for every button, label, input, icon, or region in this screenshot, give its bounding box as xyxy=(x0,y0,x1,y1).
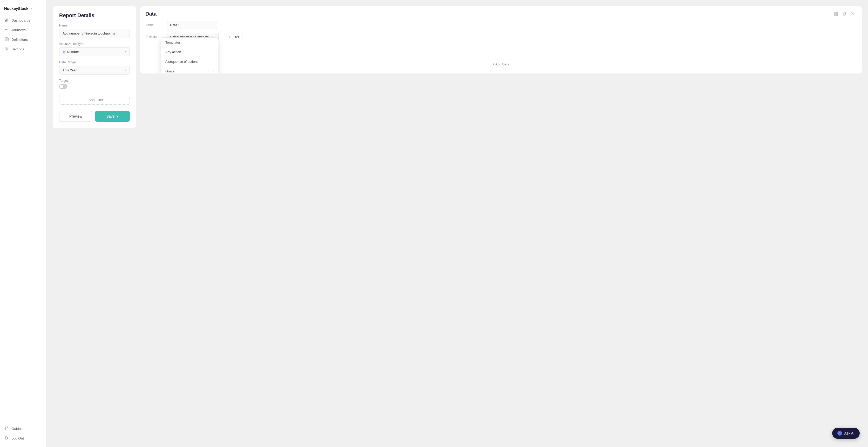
panel-actions: Preview Save ▾ xyxy=(59,111,130,122)
sidebar-item-label: Dashboards xyxy=(11,19,30,22)
dropdown-arrow-icon: › xyxy=(213,41,214,44)
copy-icon[interactable] xyxy=(841,11,847,18)
svg-rect-10 xyxy=(836,12,838,14)
date-range-field-group: Date Range This Year ▾ xyxy=(59,61,130,75)
dropdown-item-goals[interactable]: Goals › xyxy=(161,66,218,73)
add-filter-button[interactable]: + Add Filter xyxy=(59,95,130,105)
sidebar-item-journeys[interactable]: Journeys xyxy=(2,26,44,34)
definitions-icon xyxy=(5,37,9,42)
sidebar-logo[interactable]: HockeyStack ▾ xyxy=(0,4,46,16)
data-fields: Name Definition Select the data to analy… xyxy=(140,21,862,55)
guides-icon xyxy=(5,426,9,431)
svg-rect-2 xyxy=(7,19,8,22)
svg-point-8 xyxy=(6,48,7,49)
report-details-panel: Report Details Name Visualization Type ▦… xyxy=(53,6,136,128)
date-range-value: This Year xyxy=(63,68,76,72)
viz-type-icon: ▦ xyxy=(63,50,65,54)
data-name-input[interactable] xyxy=(167,21,217,29)
dashboards-icon xyxy=(5,18,9,23)
viz-type-select[interactable]: ▦ Number ▾ xyxy=(59,47,130,56)
target-label: Target xyxy=(59,79,130,83)
viz-label: Visualization Type xyxy=(59,42,130,46)
definition-row: Definition Select the data to analyze ▾ … xyxy=(145,33,857,45)
filter-plus-icon: + xyxy=(225,35,227,39)
definition-dropdown-menu: Templates › Any action A sequence of act… xyxy=(161,37,218,73)
sidebar: HockeyStack ▾ Dashboards Journeys xyxy=(0,0,47,447)
data-panel: Data xyxy=(140,6,862,73)
ask-ai-button[interactable]: Ask AI xyxy=(832,428,860,439)
sidebar-bottom: Guides Log Out xyxy=(0,424,46,443)
save-chevron-icon: ▾ xyxy=(117,114,118,118)
dropdown-item-label: A sequence of actions xyxy=(165,60,198,64)
filter-button[interactable]: + + Filter xyxy=(222,33,242,41)
add-data-section: + Add Data xyxy=(140,55,862,73)
main-content: Report Details Name Visualization Type ▦… xyxy=(47,0,868,447)
ask-ai-icon xyxy=(837,431,842,436)
ask-ai-label: Ask AI xyxy=(844,431,855,435)
sidebar-item-logout[interactable]: Log Out xyxy=(2,434,44,443)
svg-rect-9 xyxy=(835,12,836,14)
sidebar-item-dashboards[interactable]: Dashboards xyxy=(2,16,44,25)
definition-label: Definition xyxy=(145,35,163,39)
name-label: Name xyxy=(59,24,130,27)
sidebar-item-label: Log Out xyxy=(11,436,24,440)
viz-select-left: ▦ Number xyxy=(63,50,79,54)
svg-point-16 xyxy=(838,432,841,435)
data-name-label: Name xyxy=(145,23,163,27)
data-panel-icons xyxy=(833,11,857,18)
grid-icon[interactable] xyxy=(833,11,839,18)
target-toggle[interactable] xyxy=(59,84,67,89)
report-details-title: Report Details xyxy=(59,12,130,19)
svg-rect-0 xyxy=(5,20,6,22)
data-name-row: Name xyxy=(145,21,857,33)
dropdown-item-label: Templates xyxy=(165,40,181,44)
filter-label: + Filter xyxy=(229,35,239,39)
data-title: Data xyxy=(145,11,157,17)
journeys-icon xyxy=(5,28,9,32)
save-label: Save xyxy=(106,114,115,118)
divide-row: + Divide By xyxy=(145,45,857,55)
settings-icon xyxy=(5,47,9,52)
target-field-group: Target xyxy=(59,79,130,89)
close-icon[interactable] xyxy=(850,11,856,18)
svg-rect-12 xyxy=(836,14,838,15)
svg-rect-13 xyxy=(843,13,845,15)
date-range-select[interactable]: This Year ▾ xyxy=(59,66,130,75)
logout-icon xyxy=(5,436,9,441)
viz-chevron-icon: ▾ xyxy=(125,50,126,53)
viz-type-field-group: Visualization Type ▦ Number ▾ xyxy=(59,42,130,56)
logo-text: HockeyStack xyxy=(4,6,28,11)
target-toggle-row xyxy=(59,84,130,89)
dropdown-item-templates[interactable]: Templates › xyxy=(161,38,218,47)
viz-type-value: Number xyxy=(67,50,79,54)
svg-rect-11 xyxy=(835,14,836,15)
svg-point-3 xyxy=(6,29,7,30)
preview-button[interactable]: Preview xyxy=(59,111,92,122)
name-field-group: Name xyxy=(59,24,130,38)
logo-chevron-icon: ▾ xyxy=(30,7,32,10)
save-button[interactable]: Save ▾ xyxy=(95,111,130,122)
dropdown-item-sequence[interactable]: A sequence of actions xyxy=(161,57,218,66)
svg-rect-1 xyxy=(6,19,7,22)
dropdown-item-any-action[interactable]: Any action xyxy=(161,47,218,57)
add-data-button[interactable]: + Add Data xyxy=(489,60,514,68)
sidebar-item-settings[interactable]: Settings xyxy=(2,45,44,54)
data-panel-top: Data xyxy=(140,6,862,21)
dropdown-arrow-icon: › xyxy=(213,70,214,73)
sidebar-item-label: Journeys xyxy=(11,28,26,32)
date-label: Date Range xyxy=(59,61,130,64)
dropdown-item-label: Goals xyxy=(165,69,174,73)
dropdown-item-label: Any action xyxy=(165,50,181,54)
sidebar-item-label: Guides xyxy=(11,427,23,430)
date-chevron-icon: ▾ xyxy=(125,69,126,72)
sidebar-item-guides[interactable]: Guides xyxy=(2,424,44,433)
sidebar-item-label: Definitions xyxy=(11,38,28,41)
sidebar-nav: Dashboards Journeys Definitions xyxy=(0,16,46,424)
sidebar-item-definitions[interactable]: Definitions xyxy=(2,35,44,44)
report-name-input[interactable] xyxy=(59,29,130,38)
sidebar-item-label: Settings xyxy=(11,47,24,51)
